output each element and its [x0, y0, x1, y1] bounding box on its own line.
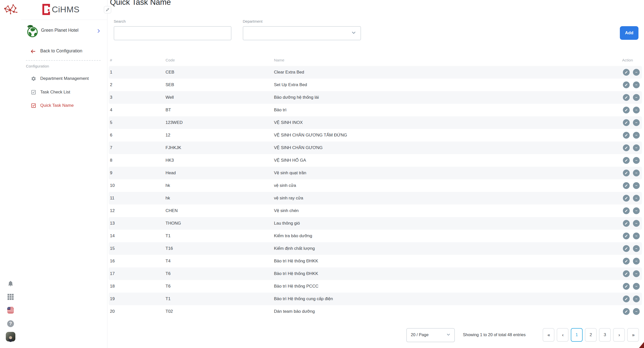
row-code: SEB — [166, 82, 174, 87]
row-name: VỆ SINH CHÂN GƯƠNG — [274, 145, 323, 150]
user-avatar[interactable] — [6, 332, 15, 341]
edit-button[interactable] — [623, 94, 630, 101]
remove-button[interactable] — [633, 145, 640, 151]
remove-button[interactable] — [633, 195, 640, 202]
edit-button[interactable] — [623, 233, 630, 239]
sidebar-item-quick-task-name[interactable]: Quick Task Name — [21, 100, 107, 111]
minus-icon — [635, 71, 638, 74]
pencil-icon — [625, 247, 628, 250]
row-code: hk — [166, 183, 170, 188]
pencil-icon — [625, 83, 628, 87]
edit-button[interactable] — [623, 283, 630, 290]
last-page-button[interactable]: » — [627, 328, 639, 342]
help-icon[interactable]: ? — [7, 320, 14, 327]
sidebar-item-department-management[interactable]: Department Management — [21, 74, 107, 84]
row-name: Kiểm tra bảo dưỡng — [274, 233, 312, 238]
table-row: 6 12 VỆ SINH CHÂN GƯƠNG TẤM ĐỨNG — [109, 129, 642, 142]
department-label: Department — [243, 19, 262, 23]
page-size-select[interactable]: 20 / Page — [406, 328, 455, 342]
page-number-button[interactable]: 3 — [599, 328, 611, 342]
minus-icon — [635, 134, 638, 137]
department-select[interactable] — [243, 26, 361, 40]
hotel-selector[interactable]: Green Planet Hotel — [21, 24, 107, 38]
row-code: FJHKJK — [166, 145, 181, 150]
row-code: 12 — [166, 133, 170, 138]
back-to-configuration-link[interactable]: Back to Configuration — [21, 46, 107, 56]
row-code: 123WED — [166, 120, 183, 125]
remove-button[interactable] — [633, 119, 640, 126]
edit-button[interactable] — [623, 195, 630, 202]
page-number-button[interactable]: 1 — [571, 328, 583, 342]
row-index: 12 — [110, 208, 115, 213]
minus-icon — [635, 159, 638, 162]
remove-button[interactable] — [633, 258, 640, 265]
page-number-button[interactable]: 2 — [585, 328, 597, 342]
column-header-code: Code — [166, 58, 175, 62]
search-input[interactable] — [114, 26, 231, 40]
remove-button[interactable] — [633, 82, 640, 88]
row-code: Well — [166, 95, 174, 100]
minus-icon — [635, 285, 638, 288]
remove-button[interactable] — [633, 69, 640, 76]
edit-button[interactable] — [623, 296, 630, 302]
edit-button[interactable] — [623, 207, 630, 214]
apps-grid-icon[interactable] — [7, 294, 14, 300]
edit-button[interactable] — [623, 258, 630, 265]
notifications-bell-icon[interactable] — [7, 280, 14, 287]
remove-button[interactable] — [633, 283, 640, 290]
remove-button[interactable] — [633, 245, 640, 252]
edit-button[interactable] — [623, 220, 630, 227]
remove-button[interactable] — [633, 220, 640, 227]
edit-button[interactable] — [623, 182, 630, 189]
next-page-button[interactable]: › — [613, 328, 625, 342]
remove-button[interactable] — [633, 233, 640, 239]
first-page-button[interactable]: « — [543, 328, 554, 342]
edit-button[interactable] — [623, 308, 630, 315]
row-index: 5 — [110, 120, 112, 125]
remove-button[interactable] — [633, 157, 640, 164]
remove-button[interactable] — [633, 182, 640, 189]
column-header-name: Name — [274, 58, 284, 62]
edit-button[interactable] — [623, 245, 630, 252]
minus-icon — [635, 121, 638, 124]
remove-button[interactable] — [633, 207, 640, 214]
edit-button[interactable] — [623, 82, 630, 88]
language-flag-icon[interactable] — [7, 307, 14, 314]
remove-button[interactable] — [633, 94, 640, 101]
table-row: 8 HK3 VỆ SINH HỐ GA — [109, 154, 642, 167]
remove-button[interactable] — [633, 308, 640, 315]
edit-button[interactable] — [623, 107, 630, 114]
pencil-icon — [625, 121, 628, 124]
minus-icon — [635, 272, 638, 275]
prev-page-button[interactable]: ‹ — [557, 328, 569, 342]
corner-widget-fragment — [639, 342, 644, 348]
edit-button[interactable] — [623, 145, 630, 151]
row-index: 10 — [110, 183, 115, 188]
pencil-icon — [625, 272, 628, 275]
edit-button[interactable] — [623, 132, 630, 139]
remove-button[interactable] — [633, 107, 640, 114]
sidebar-item-task-check-list[interactable]: Task Check List — [21, 87, 107, 98]
row-index: 9 — [110, 170, 112, 176]
pencil-icon — [625, 71, 628, 74]
remove-button[interactable] — [633, 170, 640, 177]
arrow-left-icon — [30, 48, 36, 54]
minus-icon — [635, 209, 638, 213]
remove-button[interactable] — [633, 296, 640, 302]
sidebar-collapse-button[interactable] — [104, 6, 111, 13]
pencil-icon — [625, 234, 628, 238]
edit-button[interactable] — [623, 119, 630, 126]
row-name: Vệ sinh quạt trần — [274, 170, 306, 176]
edit-button[interactable] — [623, 170, 630, 177]
row-name: Set Up Extra Bed — [274, 82, 307, 87]
pagination-controls: « ‹ 123 › » — [543, 328, 639, 342]
remove-button[interactable] — [633, 132, 640, 139]
add-button[interactable]: Add — [620, 26, 638, 40]
minus-icon — [635, 109, 638, 112]
row-code: T1 — [166, 296, 171, 301]
hotel-globe-icon — [25, 24, 39, 38]
remove-button[interactable] — [633, 270, 640, 277]
edit-button[interactable] — [623, 270, 630, 277]
edit-button[interactable] — [623, 69, 630, 76]
edit-button[interactable] — [623, 157, 630, 164]
